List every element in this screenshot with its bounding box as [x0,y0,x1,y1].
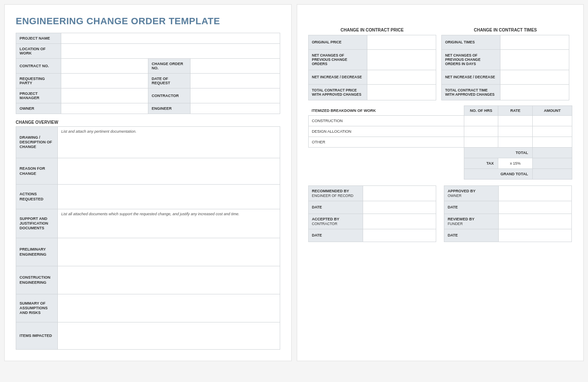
tax-label: TAX [464,158,498,168]
approved-by-label: APPROVED BYOWNER [444,185,498,201]
item-desc: CONSTRUCTION [308,115,464,126]
item-rate-field[interactable] [498,115,533,126]
actions-label: ACTIONS REQUESTED [16,185,58,209]
change-order-no-field[interactable] [190,59,280,74]
page-right: CHANGE IN CONTRACT PRICE ORIGINAL PRICE … [297,4,584,361]
signature-left-table: RECOMMENDED BYENGINEER OF RECORD DATE AC… [308,185,436,242]
accepted-by-field[interactable] [363,214,436,229]
contract-times-heading: CHANGE IN CONTRACT TIMES [441,25,569,35]
document-container: ENGINEERING CHANGE ORDER TEMPLATE PROJEC… [4,4,584,361]
contract-price-column: CHANGE IN CONTRACT PRICE ORIGINAL PRICE … [308,25,436,100]
itemized-heading: ITEMIZED BREAKDOWN OF WORK [308,105,464,115]
item-desc: OTHER [308,137,464,147]
project-manager-label: PROJECT MANAGER [16,88,61,103]
contractor-field[interactable] [190,88,280,103]
item-amount-field[interactable] [532,115,572,126]
signature-right-table: APPROVED BYOWNER DATE REVIEWED BYFUNDER … [444,185,572,242]
original-price-label: ORIGINAL PRICE [308,35,367,50]
approved-date-label: DATE [444,201,498,214]
contract-no-field[interactable] [61,59,148,74]
recommended-date-field[interactable] [363,201,436,214]
net-inc-times-field[interactable] [500,70,569,84]
requesting-party-label: REQUESTING PARTY [16,74,61,88]
net-prev-price-label: NET CHANGES OF PREVIOUS CHANGE ORDERS [308,50,367,70]
accepted-by-label: ACCEPTED BYCONTRACTOR [308,214,363,229]
amount-header: AMOUNT [532,105,572,115]
requesting-party-field[interactable] [61,74,148,88]
total-row: TOTAL [308,147,572,158]
approved-by-field[interactable] [498,185,571,201]
date-of-request-field[interactable] [190,74,280,88]
change-overview-heading: CHANGE OVERVIEW [16,114,280,126]
tax-row: TAX x 15% [308,158,572,168]
reason-field[interactable] [58,158,280,185]
prelim-label: PRELIMINARY ENGINEERING [16,238,58,266]
contract-no-label: CONTRACT NO. [16,59,61,74]
contract-price-table: ORIGINAL PRICE NET CHANGES OF PREVIOUS C… [308,35,436,100]
item-hrs-field[interactable] [464,126,498,137]
original-price-field[interactable] [367,35,436,50]
grand-total-row: GRAND TOTAL [308,168,572,179]
item-desc: DESIGN ALLOCATION [308,126,464,137]
date-of-request-label: DATE OF REQUEST [148,74,190,88]
prelim-field[interactable] [58,238,280,266]
location-field[interactable] [61,44,280,59]
contract-change-section: CHANGE IN CONTRACT PRICE ORIGINAL PRICE … [308,25,573,100]
project-name-label: PROJECT NAME [16,33,61,44]
net-prev-times-label: NET CHANGES OF PREVIOUS CHANGE ORDERS IN… [441,50,500,70]
engineer-label: ENGINEER [148,103,190,114]
owner-field[interactable] [61,103,148,114]
reviewed-by-label: REVIEWED BYFUNDER [444,214,498,229]
support-label: SUPPORT AND JUSTIFICATION DOCUMENTS [16,209,58,238]
tax-rate: x 15% [498,158,533,168]
net-prev-times-field[interactable] [500,50,569,70]
approved-date-field[interactable] [498,201,571,214]
contract-times-column: CHANGE IN CONTRACT TIMES ORIGINAL TIMES … [441,25,569,100]
signature-section: RECOMMENDED BYENGINEER OF RECORD DATE AC… [308,185,573,242]
itemized-row: CONSTRUCTION [308,115,572,126]
engineer-field[interactable] [190,103,280,114]
total-label: TOTAL [464,147,532,158]
page-left: ENGINEERING CHANGE ORDER TEMPLATE PROJEC… [4,4,292,361]
items-impacted-field[interactable] [58,322,280,350]
grand-total-value [532,168,572,179]
net-inc-price-label: NET INCREASE / DECREASE [308,70,367,84]
actions-field[interactable] [58,185,280,209]
rate-header: RATE [498,105,533,115]
drawing-field[interactable]: List and attach any pertinent documentat… [58,127,280,158]
change-overview-table: DRAWING / DESCRIPTION OF CHANGE List and… [16,126,280,350]
accepted-date-field[interactable] [363,229,436,242]
total-price-field[interactable] [367,84,436,100]
total-price-label: TOTAL CONTRACT PRICE WITH APPROVED CHANG… [308,84,367,100]
support-field[interactable]: List all attached documents which suppor… [58,209,280,238]
construction-eng-field[interactable] [58,266,280,294]
contract-times-table: ORIGINAL TIMES NET CHANGES OF PREVIOUS C… [441,35,569,100]
location-label: LOCATION OF WORK [16,44,61,59]
contractor-label: CONTRACTOR [148,88,190,103]
project-manager-field[interactable] [61,88,148,103]
net-prev-price-field[interactable] [367,50,436,70]
item-hrs-field[interactable] [464,115,498,126]
total-times-field[interactable] [500,84,569,100]
itemized-row: DESIGN ALLOCATION [308,126,572,137]
reviewed-date-field[interactable] [498,229,571,242]
original-times-field[interactable] [500,35,569,50]
reviewed-date-label: DATE [444,229,498,242]
item-amount-field[interactable] [532,137,572,147]
summary-field[interactable] [58,294,280,322]
net-inc-price-field[interactable] [367,70,436,84]
item-amount-field[interactable] [532,126,572,137]
item-rate-field[interactable] [498,126,533,137]
net-inc-times-label: NET INCREASE / DECREASE [441,70,500,84]
recommended-by-label: RECOMMENDED BYENGINEER OF RECORD [308,185,363,201]
recommended-by-field[interactable] [363,185,436,201]
project-info-table: PROJECT NAME LOCATION OF WORK CONTRACT N… [16,33,280,114]
item-rate-field[interactable] [498,137,533,147]
item-hrs-field[interactable] [464,137,498,147]
project-name-field[interactable] [61,33,280,44]
reviewed-by-field[interactable] [498,214,571,229]
owner-label: OWNER [16,103,61,114]
summary-label: SUMMARY OF ASSUMPTIONS AND RISKS [16,294,58,322]
total-times-label: TOTAL CONTRACT TIME WITH APPROVED CHANGE… [441,84,500,100]
original-times-label: ORIGINAL TIMES [441,35,500,50]
